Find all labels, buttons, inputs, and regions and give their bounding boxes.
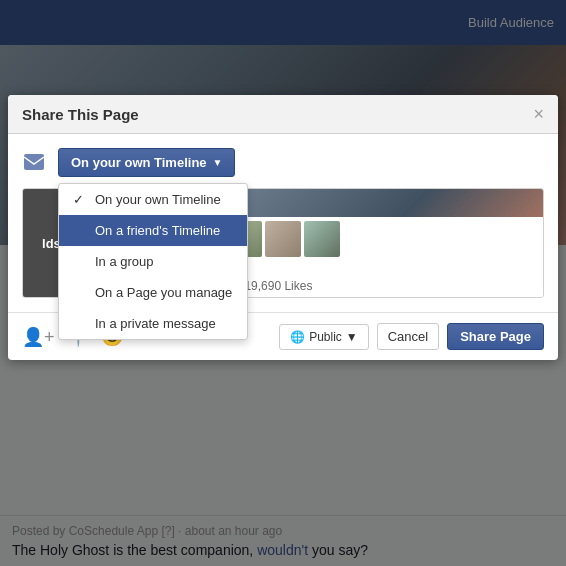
dropdown-option-friends-timeline[interactable]: On a friend's Timeline (59, 215, 247, 246)
modal-body: On your own Timeline ▼ ✓ On your own Tim… (8, 134, 558, 312)
dropdown-option-label: On your own Timeline (95, 192, 221, 207)
dropdown-arrow-icon: ▼ (213, 157, 223, 168)
dropdown-selected-label: On your own Timeline (71, 155, 207, 170)
share-page-button[interactable]: Share Page (447, 323, 544, 350)
modal-close-button[interactable]: × (533, 105, 544, 123)
preview-thumb-5 (265, 221, 301, 257)
add-people-icon[interactable]: 👤+ (22, 326, 55, 348)
share-row: On your own Timeline ▼ ✓ On your own Tim… (22, 148, 544, 178)
share-svg-icon (22, 150, 46, 174)
footer-right-actions: 🌐 Public ▼ Cancel Share Page (279, 323, 544, 350)
dropdown-option-label: On a Page you manage (95, 285, 232, 300)
share-destination-dropdown[interactable]: On your own Timeline ▼ (58, 148, 235, 177)
checkmark-icon: ✓ (73, 192, 89, 207)
modal-title: Share This Page (22, 106, 139, 123)
dropdown-option-group[interactable]: In a group (59, 246, 247, 277)
public-arrow-icon: ▼ (346, 330, 358, 344)
cancel-button[interactable]: Cancel (377, 323, 439, 350)
globe-icon: 🌐 (290, 330, 305, 344)
dropdown-option-label: On a friend's Timeline (95, 223, 220, 238)
public-label: Public (309, 330, 342, 344)
preview-thumb-6 (304, 221, 340, 257)
dropdown-option-private-message[interactable]: In a private message (59, 308, 247, 339)
share-icon (22, 150, 50, 178)
share-modal: Share This Page × On your own Timeline ▼… (8, 95, 558, 360)
dropdown-option-label: In a group (95, 254, 154, 269)
svg-rect-0 (24, 154, 44, 170)
modal-header: Share This Page × (8, 95, 558, 134)
dropdown-option-label: In a private message (95, 316, 216, 331)
dropdown-option-managed-page[interactable]: On a Page you manage (59, 277, 247, 308)
public-dropdown-button[interactable]: 🌐 Public ▼ (279, 324, 369, 350)
share-dropdown-menu: ✓ On your own Timeline On a friend's Tim… (58, 183, 248, 340)
dropdown-option-own-timeline[interactable]: ✓ On your own Timeline (59, 184, 247, 215)
